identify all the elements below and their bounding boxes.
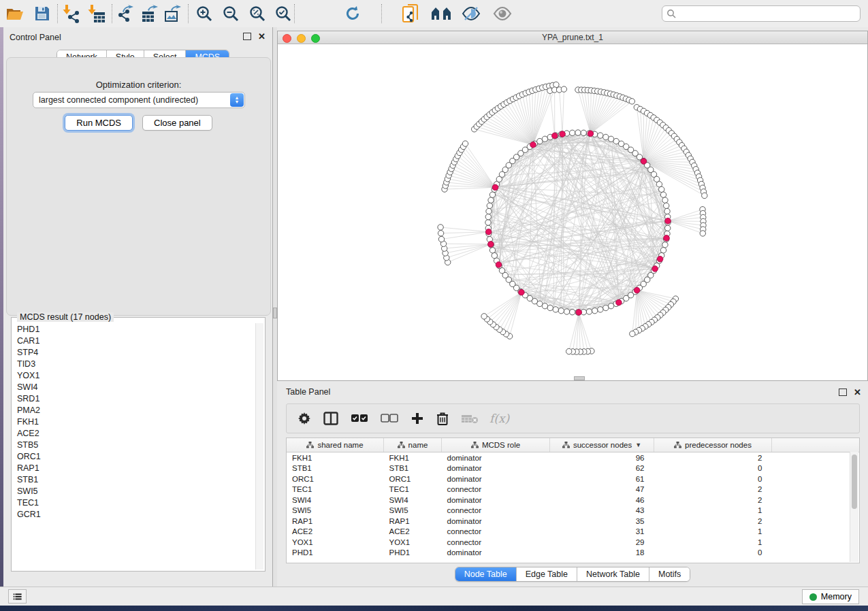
import-table-icon[interactable] — [86, 3, 108, 24]
search-icon — [666, 9, 676, 18]
mcds-result-list[interactable]: PHD1CAR1STP4TID3YOX1SWI4SRD1PMA2FKH1ACE2… — [13, 323, 255, 569]
function-builder-icon[interactable]: f(x) — [489, 412, 509, 425]
float-panel-icon[interactable] — [839, 389, 847, 396]
select-all-columns-icon[interactable] — [349, 412, 370, 425]
toolbar-separator — [381, 4, 382, 23]
column-header-predecessor-nodes[interactable]: predecessor nodes — [654, 438, 772, 452]
mcds-result-item[interactable]: SWI5 — [13, 485, 255, 497]
network-canvas[interactable] — [278, 44, 867, 380]
export-image-icon[interactable] — [162, 3, 184, 24]
mcds-result-item[interactable]: SRD1 — [13, 393, 255, 404]
table-panel: Table Panel ✕ — [277, 384, 868, 587]
mcds-result-item[interactable]: RAP1 — [13, 462, 255, 474]
zoom-fit-icon[interactable] — [246, 3, 268, 24]
mcds-result-item[interactable]: ORC1 — [13, 450, 255, 462]
table-row[interactable]: SWI4SWI4dominator462 — [287, 495, 860, 506]
network-window-title: YPA_prune.txt_1 — [542, 33, 603, 42]
control-panel-title: Control Panel — [10, 33, 61, 42]
close-panel-icon[interactable]: ✕ — [854, 389, 861, 395]
horizontal-splitter-grip[interactable] — [574, 376, 585, 380]
table-row[interactable]: RAP1RAP1dominator352 — [287, 516, 860, 527]
mcds-result-item[interactable]: CAR1 — [13, 335, 255, 346]
mcds-result-item[interactable]: PHD1 — [13, 323, 255, 335]
table-row[interactable]: YOX1YOX1connector291 — [287, 537, 860, 548]
save-icon[interactable] — [31, 3, 53, 24]
mcds-result-item[interactable]: STP4 — [13, 346, 255, 358]
column-header-successor-nodes[interactable]: successor nodes▼ — [550, 438, 654, 452]
mcds-result-group: MCDS result (17 nodes) PHD1CAR1STP4TID3Y… — [11, 317, 266, 572]
column-header-shared-name[interactable]: shared name — [287, 438, 384, 452]
optimization-criterion-select[interactable]: largest connected component (undirected)… — [33, 92, 245, 108]
table-scrollbar[interactable] — [850, 452, 858, 562]
toolbar-separator — [294, 4, 295, 23]
mcds-result-scrollbar[interactable] — [255, 323, 263, 569]
first-neighbors-icon[interactable] — [430, 3, 452, 24]
table-row[interactable]: PHD1PHD1dominator180 — [287, 548, 860, 559]
mcds-result-item[interactable]: STB1 — [13, 474, 255, 485]
table-toolbar: f(x) — [286, 403, 860, 433]
tab-motifs[interactable]: Motifs — [649, 567, 690, 581]
table-row[interactable]: ACE2ACE2connector311 — [287, 527, 860, 538]
open-file-icon[interactable] — [4, 3, 26, 24]
hide-selected-icon[interactable] — [460, 3, 482, 24]
memory-status-icon — [809, 593, 817, 601]
zoom-in-icon[interactable] — [193, 3, 215, 24]
network-window: YPA_prune.txt_1 — [277, 31, 868, 381]
export-table-icon[interactable] — [139, 3, 161, 24]
maximize-window-icon[interactable] — [311, 34, 320, 43]
mcds-result-item[interactable]: ACE2 — [13, 427, 255, 439]
sort-descending-icon: ▼ — [635, 442, 641, 448]
task-history-icon[interactable] — [8, 589, 27, 604]
table-row[interactable]: STB1STB1dominator620 — [287, 463, 860, 474]
workspace: YPA_prune.txt_1 Table Panel ✕ — [277, 27, 868, 587]
close-window-icon[interactable] — [283, 34, 291, 43]
tab-node-table[interactable]: Node Table — [455, 567, 517, 581]
delete-column-icon[interactable] — [435, 410, 450, 427]
optimization-criterion-label: Optimization criterion: — [7, 80, 270, 90]
table-scroll-thumb[interactable] — [852, 455, 857, 509]
mcds-result-item[interactable]: GCR1 — [13, 508, 255, 520]
export-network-icon[interactable] — [114, 3, 136, 24]
memory-button[interactable]: Memory — [802, 589, 859, 604]
column-header-MCDS-role[interactable]: MCDS role — [442, 438, 550, 452]
node-table-header: shared namenameMCDS rolesuccessor nodes▼… — [287, 438, 860, 452]
mcds-result-item[interactable]: TID3 — [13, 358, 255, 369]
node-table[interactable]: shared namenameMCDS rolesuccessor nodes▼… — [286, 437, 860, 563]
split-column-icon[interactable] — [322, 410, 340, 427]
tab-edge-table[interactable]: Edge Table — [517, 567, 577, 581]
run-mcds-button[interactable]: Run MCDS — [65, 115, 133, 131]
mcds-result-item[interactable]: YOX1 — [13, 369, 255, 381]
zoom-selected-icon[interactable] — [272, 3, 294, 24]
node-table-grid: shared namenameMCDS rolesuccessor nodes▼… — [287, 438, 860, 558]
table-settings-icon[interactable] — [296, 410, 312, 427]
delete-table-icon[interactable] — [460, 412, 480, 425]
mcds-tab-content: Optimization criterion: largest connecte… — [6, 57, 271, 316]
network-window-titlebar[interactable]: YPA_prune.txt_1 — [278, 31, 867, 44]
close-panel-button[interactable]: Close panel — [142, 115, 212, 131]
deselect-all-columns-icon[interactable] — [379, 412, 400, 425]
mcds-result-item[interactable]: SWI4 — [13, 381, 255, 393]
table-row[interactable]: TEC1TEC1connector472 — [287, 484, 860, 495]
clone-network-icon[interactable] — [400, 3, 422, 24]
zoom-out-icon[interactable] — [220, 3, 242, 24]
mcds-result-title: MCDS result (17 nodes) — [17, 312, 114, 322]
mcds-result-item[interactable]: STB5 — [13, 439, 255, 450]
table-row[interactable]: SWI5SWI5connector431 — [287, 506, 860, 516]
close-panel-icon[interactable]: ✕ — [258, 33, 266, 39]
table-row[interactable]: FKH1FKH1dominator962 — [287, 452, 860, 463]
minimize-window-icon[interactable] — [297, 34, 306, 43]
import-network-icon[interactable] — [61, 3, 82, 24]
search-input[interactable] — [676, 8, 856, 19]
column-header-name[interactable]: name — [384, 438, 442, 452]
show-all-icon[interactable] — [492, 3, 513, 24]
mcds-result-item[interactable]: FKH1 — [13, 416, 255, 427]
mcds-result-item[interactable]: TEC1 — [13, 497, 255, 508]
add-column-icon[interactable] — [409, 410, 425, 427]
combo-stepper-icon: ▲▼ — [230, 93, 244, 107]
tab-network-table[interactable]: Network Table — [577, 567, 649, 581]
mcds-result-item[interactable]: PMA2 — [13, 404, 255, 416]
refresh-layout-icon[interactable] — [342, 3, 364, 24]
search-box[interactable] — [662, 5, 861, 22]
float-panel-icon[interactable] — [243, 33, 251, 40]
table-row[interactable]: ORC1ORC1dominator610 — [287, 474, 860, 484]
